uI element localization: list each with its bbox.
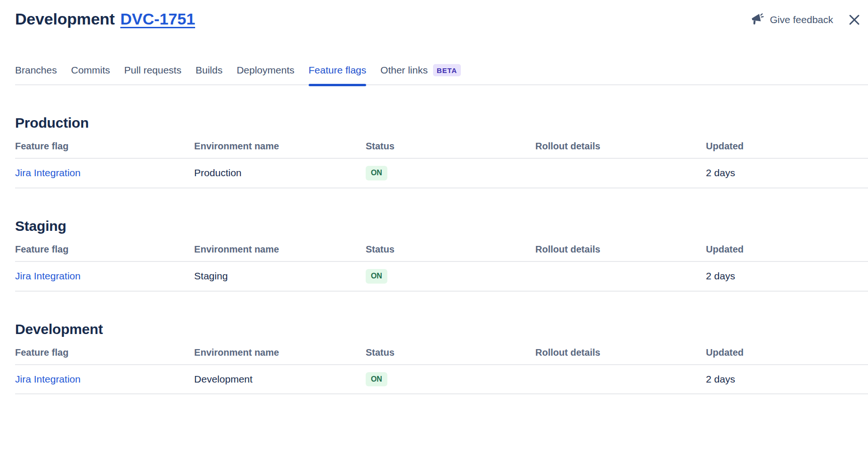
col-status: Status: [366, 133, 535, 158]
feature-flag-link[interactable]: Jira Integration: [15, 374, 81, 384]
megaphone-icon: [749, 12, 764, 27]
environment-name-cell: Staging: [194, 261, 366, 291]
feature-flag-link[interactable]: Jira Integration: [15, 167, 81, 178]
tab-label: Feature flags: [309, 65, 367, 76]
col-updated: Updated: [706, 133, 868, 158]
feature-flag-link[interactable]: Jira Integration: [15, 270, 81, 281]
col-feature-flag: Feature flag: [15, 236, 194, 261]
section-heading: Development: [15, 319, 868, 340]
updated-cell: 2 days: [706, 158, 868, 188]
tab-builds[interactable]: Builds: [196, 65, 222, 76]
tab-label: Deployments: [237, 65, 295, 76]
section-heading: Production: [15, 113, 868, 133]
table-header-row: Feature flag Environment name Status Rol…: [15, 133, 868, 158]
rollout-details-cell: [535, 261, 706, 291]
col-feature-flag: Feature flag: [15, 133, 194, 158]
tab-bar: Branches Commits Pull requests Builds De…: [15, 64, 868, 85]
rollout-details-cell: [535, 365, 706, 394]
col-feature-flag: Feature flag: [15, 340, 194, 365]
feature-flag-table: Feature flag Environment name Status Rol…: [15, 133, 868, 188]
page-title: Development: [15, 8, 115, 29]
tab-label: Other links: [380, 65, 427, 76]
close-icon: [847, 13, 861, 27]
development-panel: Development DVC-1751: [0, 0, 868, 394]
table-row: Jira Integration Production ON 2 days: [15, 158, 868, 188]
col-status: Status: [366, 340, 535, 365]
col-updated: Updated: [706, 340, 868, 365]
tab-commits[interactable]: Commits: [71, 65, 110, 76]
status-badge: ON: [366, 269, 387, 284]
updated-cell: 2 days: [706, 261, 868, 291]
issue-key-link[interactable]: DVC-1751: [120, 8, 195, 29]
section-heading: Staging: [15, 216, 868, 236]
section-staging: Staging Feature flag Environment name St…: [0, 216, 868, 292]
panel-header: Development DVC-1751: [0, 0, 868, 29]
tab-label: Commits: [71, 65, 110, 76]
col-environment-name: Environment name: [194, 133, 366, 158]
beta-badge: BETA: [433, 64, 461, 76]
tab-branches[interactable]: Branches: [15, 65, 57, 76]
feature-flag-table: Feature flag Environment name Status Rol…: [15, 340, 868, 395]
col-rollout-details: Rollout details: [535, 340, 706, 365]
title-group: Development DVC-1751: [15, 8, 195, 29]
section-development: Development Feature flag Environment nam…: [0, 319, 868, 395]
tab-feature-flags[interactable]: Feature flags: [309, 65, 367, 76]
give-feedback-label: Give feedback: [770, 14, 833, 25]
col-environment-name: Environment name: [194, 236, 366, 261]
feature-flag-table: Feature flag Environment name Status Rol…: [15, 236, 868, 292]
updated-cell: 2 days: [706, 365, 868, 394]
table-row: Jira Integration Development ON 2 days: [15, 365, 868, 394]
tab-pull-requests[interactable]: Pull requests: [124, 65, 181, 76]
tab-other-links[interactable]: Other links BETA: [380, 64, 461, 76]
col-environment-name: Environment name: [194, 340, 366, 365]
header-actions: Give feedback: [749, 8, 863, 27]
tab-label: Builds: [196, 65, 222, 76]
tab-label: Pull requests: [124, 65, 181, 76]
status-badge: ON: [366, 166, 387, 180]
table-header-row: Feature flag Environment name Status Rol…: [15, 236, 868, 261]
tab-deployments[interactable]: Deployments: [237, 65, 295, 76]
table-row: Jira Integration Staging ON 2 days: [15, 261, 868, 291]
give-feedback-button[interactable]: Give feedback: [749, 12, 833, 27]
col-status: Status: [366, 236, 535, 261]
tab-label: Branches: [15, 65, 57, 76]
environment-name-cell: Development: [194, 365, 366, 394]
status-badge: ON: [366, 372, 387, 387]
section-production: Production Feature flag Environment name…: [0, 113, 868, 188]
col-rollout-details: Rollout details: [535, 133, 706, 158]
close-button[interactable]: [845, 13, 863, 27]
col-rollout-details: Rollout details: [535, 236, 706, 261]
environment-name-cell: Production: [194, 158, 366, 188]
table-header-row: Feature flag Environment name Status Rol…: [15, 340, 868, 365]
col-updated: Updated: [706, 236, 868, 261]
rollout-details-cell: [535, 158, 706, 188]
